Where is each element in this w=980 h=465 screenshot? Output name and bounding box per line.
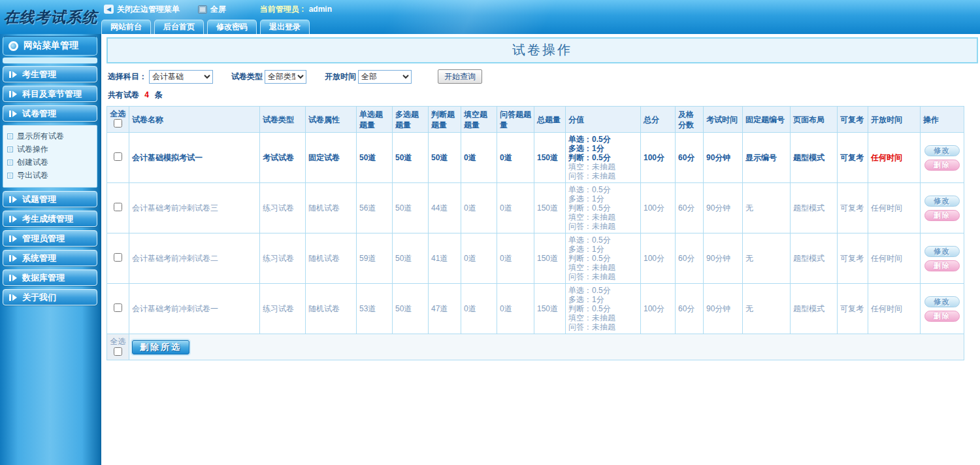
fullscreen-label: 全屏 <box>210 4 226 15</box>
submenu-create-paper[interactable]: 创建试卷 <box>7 156 97 169</box>
row-checkbox[interactable] <box>114 152 122 161</box>
open-time: 任何时间 <box>868 233 921 284</box>
sidebar-header-label: 网站菜单管理 <box>24 40 78 52</box>
paper-attr: 固定试卷 <box>306 133 357 183</box>
sidebar-item-paper-management[interactable]: 试卷管理 <box>3 105 97 122</box>
submenu-paper-operation[interactable]: 试卷操作 <box>7 143 97 156</box>
total-score: 100分 <box>641 284 676 334</box>
collapse-menu-link[interactable]: ◀ 关闭左边管理菜单 <box>104 4 180 15</box>
top-tabs: 网站前台 后台首页 修改密码 退出登录 <box>101 18 980 34</box>
pass-score: 60分 <box>676 133 704 183</box>
sidebar-item-question-management[interactable]: 试题管理 <box>3 191 97 207</box>
delete-button[interactable]: 删除 <box>924 160 960 171</box>
page-layout: 题型模式 <box>791 183 838 233</box>
search-button[interactable]: 开始查询 <box>438 69 482 84</box>
sidebar-item-score-management[interactable]: 考生成绩管理 <box>3 211 97 227</box>
tab-change-password[interactable]: 修改密码 <box>207 20 257 34</box>
play-icon <box>9 111 18 117</box>
fill-count: 0道 <box>461 183 497 233</box>
score-line: 单选：0.5分 <box>568 135 638 144</box>
play-icon <box>9 91 18 97</box>
judge-count: 44道 <box>429 183 461 233</box>
judge-count: 41道 <box>429 233 461 284</box>
paper-type-select[interactable]: 全部类型 <box>265 70 306 84</box>
sidebar-item-label: 考生管理 <box>22 69 56 80</box>
edit-button[interactable]: 修改 <box>924 145 960 156</box>
paper-type: 考试试卷 <box>260 133 306 183</box>
score-line: 多选：1分 <box>568 144 638 153</box>
page-title: 试卷操作 <box>106 37 978 63</box>
delete-selected-button[interactable]: 删除所选 <box>132 340 189 354</box>
sidebar-item-system-management[interactable]: 系统管理 <box>3 250 97 266</box>
paper-attr: 随机试卷 <box>306 284 357 334</box>
delete-button[interactable]: 删除 <box>924 260 960 271</box>
play-icon <box>9 255 18 262</box>
fullscreen-link[interactable]: 全屏 <box>198 4 226 15</box>
judge-count: 50道 <box>429 133 461 183</box>
subject-select[interactable]: 会计基础 <box>149 70 213 84</box>
score-line-muted: 问答：未抽题 <box>568 171 638 181</box>
submenu-export-paper[interactable]: 导出试卷 <box>7 169 97 182</box>
total-count: 150道 <box>534 233 566 284</box>
total-score: 100分 <box>641 183 676 233</box>
fullscreen-icon <box>198 5 207 14</box>
sidebar-item-subject-chapter-management[interactable]: 科目及章节管理 <box>3 86 97 102</box>
row-checkbox[interactable] <box>114 253 122 262</box>
multi-count: 50道 <box>393 284 429 334</box>
submenu-item-label: 显示所有试卷 <box>17 131 64 142</box>
sidebar-item-label: 数据库管理 <box>22 272 65 284</box>
col-total-count: 总题量 <box>534 107 566 133</box>
col-page-layout: 页面布局 <box>791 107 838 133</box>
score-line-muted: 填空：未抽题 <box>568 313 638 322</box>
sidebar-item-admin-management[interactable]: 管理员管理 <box>3 230 97 247</box>
select-all-footer-label: 全选 <box>110 337 126 346</box>
sidebar-item-about-us[interactable]: 关于我们 <box>3 289 97 305</box>
table-row: 会计基础考前冲刺试卷二 练习试卷 随机试卷 59道 50道 41道 0道 0道 … <box>107 233 964 284</box>
pass-score: 60分 <box>676 284 704 334</box>
select-all-checkbox[interactable] <box>114 119 122 128</box>
score-line: 判断：0.5分 <box>568 254 638 263</box>
col-fill-count: 填空题题量 <box>461 107 497 133</box>
score-line-muted: 问答：未抽题 <box>568 222 638 231</box>
tab-logout[interactable]: 退出登录 <box>260 20 310 34</box>
delete-button[interactable]: 删除 <box>924 210 960 221</box>
col-paper-name: 试卷名称 <box>129 107 260 133</box>
row-checkbox[interactable] <box>114 203 122 211</box>
edit-button[interactable]: 修改 <box>924 296 960 307</box>
col-fixed-number: 固定题编号 <box>743 107 791 133</box>
judge-count: 47道 <box>429 284 461 334</box>
delete-button[interactable]: 删除 <box>924 311 960 322</box>
papers-table: 全选 试卷名称 试卷类型 试卷属性 单选题题量 多选题题量 判断题题量 填空题题… <box>106 106 964 360</box>
table-row: 会计基础模拟考试一 考试试卷 固定试卷 50道 50道 50道 0道 0道 15… <box>107 133 964 183</box>
submenu-show-all-papers[interactable]: 显示所有试卷 <box>7 129 97 143</box>
admin-username: admin <box>309 5 332 14</box>
score-line: 多选：1分 <box>568 245 638 254</box>
tab-admin-home[interactable]: 后台首页 <box>154 20 204 34</box>
score-breakdown: 单选：0.5分 多选：1分 判断：0.5分 填空：未抽题 问答：未抽题 <box>566 233 641 284</box>
collapse-menu-label: 关闭左边管理菜单 <box>117 4 180 15</box>
sidebar-item-label: 试卷管理 <box>22 108 56 120</box>
score-line: 单选：0.5分 <box>568 286 638 295</box>
count-prefix: 共有试卷 <box>108 90 139 99</box>
col-score-value: 分值 <box>566 107 641 133</box>
sidebar-item-examinee-management[interactable]: 考生管理 <box>3 66 97 82</box>
col-pass-score: 及格分数 <box>676 107 704 133</box>
select-all-footer-checkbox[interactable] <box>114 347 122 356</box>
sidebar-item-database-management[interactable]: 数据库管理 <box>3 269 97 286</box>
edit-button[interactable]: 修改 <box>924 196 960 207</box>
score-line-muted: 问答：未抽题 <box>568 322 638 332</box>
score-line: 多选：1分 <box>568 295 638 304</box>
play-icon <box>9 216 18 222</box>
pass-score: 60分 <box>676 183 704 233</box>
paper-name: 会计基础考前冲刺试卷三 <box>129 183 260 233</box>
tab-site-front[interactable]: 网站前台 <box>101 20 151 34</box>
row-checkbox[interactable] <box>114 303 122 312</box>
edit-button[interactable]: 修改 <box>924 246 960 257</box>
paper-name: 会计基础考前冲刺试卷二 <box>129 233 260 284</box>
retake: 可复考 <box>838 233 868 284</box>
count-value: 4 <box>144 90 149 99</box>
paper-type-filter-label: 试卷类型 <box>231 71 263 82</box>
open-time-select[interactable]: 全部 <box>358 70 412 84</box>
play-icon <box>9 294 18 301</box>
single-count: 50道 <box>357 133 393 183</box>
